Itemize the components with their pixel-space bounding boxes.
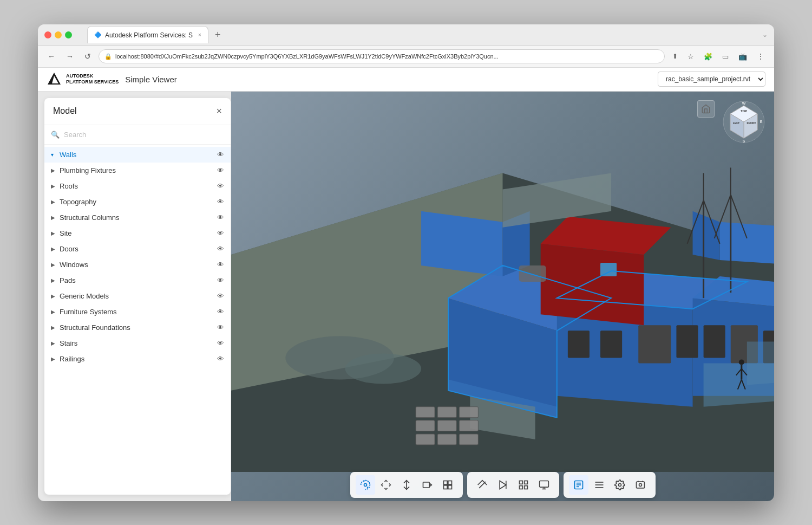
measure-btn[interactable]	[473, 475, 492, 495]
tree-item-roofs[interactable]: ▶Roofs👁	[44, 178, 231, 194]
svg-rect-87	[636, 482, 644, 488]
svg-rect-45	[459, 433, 478, 444]
tree-item-structural-foundations[interactable]: ▶Structural Foundations👁	[44, 320, 231, 335]
tab-favicon: 🔷	[94, 31, 102, 38]
visibility-icon-windows[interactable]: 👁	[217, 261, 224, 269]
address-bar[interactable]: 🔒 localhost:8080/#dXJuOmFkc2sub2JqZWN0cz…	[99, 49, 665, 63]
tree-label-structural-foundations: Structural Foundations	[60, 323, 217, 332]
structure-btn[interactable]	[590, 475, 609, 495]
sidebar-toggle-btn[interactable]: ▭	[719, 50, 732, 63]
tree-arrow-topography: ▶	[51, 199, 60, 205]
building-scene	[231, 92, 774, 472]
visibility-icon-structural-columns[interactable]: 👁	[217, 213, 224, 222]
tree-item-pads[interactable]: ▶Pads👁	[44, 273, 231, 288]
tab-close-btn[interactable]: ×	[198, 32, 201, 38]
visibility-icon-structural-foundations[interactable]: 👁	[217, 323, 224, 332]
tree-item-plumbing-fixtures[interactable]: ▶Plumbing Fixtures👁	[44, 163, 231, 178]
explode-btn[interactable]	[514, 475, 533, 495]
visibility-icon-doors[interactable]: 👁	[217, 245, 224, 253]
svg-rect-37	[416, 406, 435, 417]
svg-rect-40	[416, 420, 435, 431]
lock-icon: 🔒	[104, 53, 112, 60]
svg-rect-75	[524, 485, 527, 489]
active-tab[interactable]: 🔷 Autodesk Platform Services: S ×	[87, 26, 208, 43]
settings-tools	[564, 472, 656, 498]
tree-item-topography[interactable]: ▶Topography👁	[44, 194, 231, 210]
tree-item-stairs[interactable]: ▶Stairs👁	[44, 335, 231, 351]
tree-item-railings[interactable]: ▶Railings👁	[44, 351, 231, 367]
panel-close-btn[interactable]: ×	[216, 106, 222, 117]
svg-rect-44	[437, 433, 456, 444]
visibility-icon-generic-models[interactable]: 👁	[217, 292, 224, 300]
svg-rect-23	[600, 262, 617, 276]
tree-arrow-windows: ▶	[51, 262, 60, 268]
app-header: AUTODESK Platform Services Simple Viewer…	[38, 68, 774, 92]
settings-btn[interactable]	[610, 475, 630, 495]
tree-arrow-plumbing-fixtures: ▶	[51, 167, 60, 173]
orbit-btn[interactable]	[356, 475, 375, 495]
svg-marker-25	[747, 341, 774, 385]
model-browser-btn[interactable]	[534, 475, 554, 495]
3d-viewer[interactable]: TOP FRONT LEFT W E S	[231, 92, 774, 501]
tree-item-doors[interactable]: ▶Doors👁	[44, 241, 231, 257]
free-orbit-btn[interactable]	[417, 475, 437, 495]
close-window-btn[interactable]	[44, 31, 51, 38]
focus-btn[interactable]	[438, 475, 457, 495]
visibility-icon-pads[interactable]: 👁	[217, 276, 224, 284]
compass-east: E	[760, 120, 763, 124]
visibility-icon-plumbing-fixtures[interactable]: 👁	[217, 166, 224, 174]
cast-btn[interactable]: 📺	[735, 50, 750, 63]
share-btn[interactable]: ⬆	[669, 50, 681, 63]
tree-item-furniture-systems[interactable]: ▶Furniture Systems👁	[44, 304, 231, 320]
bottom-toolbar	[231, 469, 774, 501]
tree-item-site[interactable]: ▶Site👁	[44, 225, 231, 241]
dolly-btn[interactable]	[397, 475, 416, 495]
back-btn[interactable]: ←	[44, 50, 58, 63]
minimize-window-btn[interactable]	[55, 31, 62, 38]
svg-rect-16	[568, 330, 590, 358]
compass-front-label: FRONT	[746, 121, 756, 125]
visibility-icon-furniture-systems[interactable]: 👁	[217, 308, 224, 316]
svg-rect-39	[459, 406, 478, 417]
tree-item-generic-models[interactable]: ▶Generic Models👁	[44, 288, 231, 304]
bookmark-btn[interactable]: ☆	[684, 50, 697, 63]
svg-line-69	[479, 487, 480, 488]
maximize-window-btn[interactable]	[65, 31, 72, 38]
tree-arrow-roofs: ▶	[51, 183, 60, 189]
extensions-btn[interactable]: 🧩	[700, 50, 716, 63]
home-btn[interactable]	[697, 100, 715, 118]
svg-rect-18	[638, 325, 671, 363]
svg-rect-64	[443, 481, 447, 484]
tree-item-walls[interactable]: ▾Walls👁	[44, 147, 231, 163]
screenshot-btn[interactable]	[631, 475, 650, 495]
window-controls: ⌄	[762, 31, 768, 38]
tree-item-structural-columns[interactable]: ▶Structural Columns👁	[44, 210, 231, 225]
svg-line-68	[480, 482, 484, 487]
project-selector[interactable]: rac_basic_sample_project.rvt	[658, 72, 765, 87]
visibility-icon-site[interactable]: 👁	[217, 229, 224, 237]
tree-item-windows[interactable]: ▶Windows👁	[44, 257, 231, 273]
svg-rect-38	[437, 406, 456, 417]
search-input[interactable]	[64, 131, 224, 139]
forward-btn[interactable]: →	[63, 50, 77, 63]
tree-arrow-doors: ▶	[51, 246, 60, 252]
visibility-icon-topography[interactable]: 👁	[217, 198, 224, 206]
pan-btn[interactable]	[376, 475, 396, 495]
menu-btn[interactable]: ⋮	[754, 50, 768, 63]
tree-label-structural-columns: Structural Columns	[60, 213, 217, 222]
visibility-icon-stairs[interactable]: 👁	[217, 339, 224, 347]
properties-btn[interactable]	[569, 475, 588, 495]
svg-point-3	[345, 353, 421, 384]
app-title: Simple Viewer	[125, 75, 177, 84]
model-panel: Model × 🔍 ▾Walls👁▶Plumbing Fixtures👁▶Roo…	[44, 98, 231, 495]
logo-text: AUTODESK Platform Services	[66, 73, 119, 85]
section-btn[interactable]	[493, 475, 513, 495]
refresh-btn[interactable]: ↺	[81, 50, 94, 63]
svg-rect-73	[524, 481, 527, 484]
visibility-icon-walls[interactable]: 👁	[217, 151, 224, 159]
visibility-icon-roofs[interactable]: 👁	[217, 182, 224, 190]
visibility-icon-railings[interactable]: 👁	[217, 355, 224, 363]
search-bar: 🔍	[44, 125, 231, 145]
traffic-lights	[44, 31, 72, 38]
new-tab-btn[interactable]: +	[213, 29, 223, 41]
